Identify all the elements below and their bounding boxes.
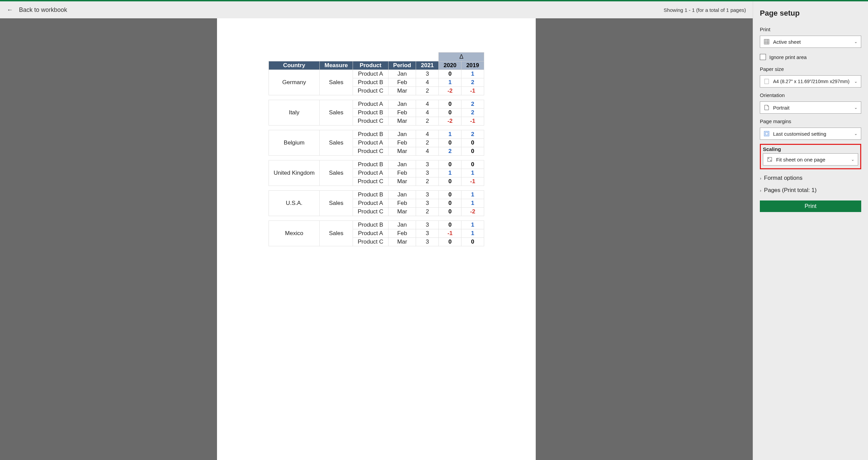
print-button[interactable]: Print: [760, 200, 861, 212]
column-header: 2021: [416, 61, 439, 70]
chevron-right-icon: ›: [760, 188, 761, 193]
cell-2020: 0: [439, 208, 461, 216]
scaling-label: Scaling: [763, 146, 858, 152]
cell-2019: 2: [461, 109, 484, 117]
table-row: United KingdomSalesProduct BJan300: [269, 160, 484, 169]
cell-measure: Sales: [320, 70, 353, 95]
cell-2019: 1: [461, 169, 484, 177]
margins-select[interactable]: Last customised setting ⌄: [760, 128, 861, 140]
cell-2019: 0: [461, 238, 484, 246]
cell-2019: 1: [461, 191, 484, 199]
cell-product: Product A: [353, 199, 388, 208]
scaling-highlight: Scaling Fit sheet on one page ⌄: [760, 144, 861, 169]
back-label: Back to workbook: [19, 6, 67, 14]
cell-period: Feb: [388, 78, 416, 87]
cell-country: U.S.A.: [269, 191, 320, 216]
cell-2019: 1: [461, 221, 484, 229]
cell-measure: Sales: [320, 100, 353, 126]
format-options-label: Format options: [764, 175, 802, 181]
cell-product: Product A: [353, 229, 388, 238]
cell-country: Mexico: [269, 221, 320, 246]
cell-product: Product B: [353, 160, 388, 169]
cell-2021: 2: [416, 139, 439, 147]
svg-rect-6: [764, 131, 769, 136]
cell-2020: 0: [439, 177, 461, 186]
page-icon: [764, 78, 770, 84]
preview-header: ← Back to workbook Showing 1 - 1 (for a …: [0, 1, 753, 18]
chevron-down-icon: ⌄: [854, 131, 857, 136]
fit-page-icon: [767, 156, 773, 162]
cell-2021: 2: [416, 177, 439, 186]
cell-country: United Kingdom: [269, 160, 320, 186]
cell-2019: -1: [461, 177, 484, 186]
cell-period: Mar: [388, 147, 416, 156]
margins-label: Page margins: [760, 118, 861, 124]
pages-expander[interactable]: › Pages (Print total: 1): [760, 187, 861, 194]
cell-2019: -2: [461, 208, 484, 216]
cell-period: Feb: [388, 229, 416, 238]
print-label: Print: [760, 26, 861, 32]
cell-2020: 0: [439, 221, 461, 229]
table-row: BelgiumSalesProduct BJan412: [269, 130, 484, 139]
print-scope-select[interactable]: Active sheet ⌄: [760, 36, 861, 48]
svg-rect-0: [764, 39, 769, 44]
column-header: 2019: [461, 61, 484, 70]
chevron-down-icon: ⌄: [854, 79, 857, 84]
cell-2021: 3: [416, 169, 439, 177]
cell-product: Product A: [353, 169, 388, 177]
cell-product: Product B: [353, 130, 388, 139]
cell-2020: 0: [439, 109, 461, 117]
cell-product: Product C: [353, 87, 388, 95]
print-scope-value: Active sheet: [773, 39, 801, 45]
chevron-down-icon: ⌄: [851, 157, 854, 162]
sheet-preview: ΔCountryMeasureProductPeriod202120202019…: [217, 18, 536, 460]
svg-rect-5: [765, 79, 769, 84]
cell-product: Product C: [353, 238, 388, 246]
cell-period: Jan: [388, 70, 416, 78]
cell-2021: 3: [416, 160, 439, 169]
cell-2020: 0: [439, 70, 461, 78]
table-row: GermanySalesProduct AJan301: [269, 70, 484, 78]
scaling-select[interactable]: Fit sheet on one page ⌄: [763, 153, 858, 166]
ignore-print-area-checkbox[interactable]: [760, 54, 766, 60]
panel-title: Page setup: [760, 9, 861, 18]
print-preview-area[interactable]: ΔCountryMeasureProductPeriod202120202019…: [0, 18, 753, 460]
chevron-down-icon: ⌄: [854, 105, 857, 110]
paper-size-select[interactable]: A4 (8.27" x 11.69"/210mm x297mm) ⌄: [760, 75, 861, 88]
cell-period: Mar: [388, 87, 416, 95]
cell-2021: 4: [416, 100, 439, 109]
cell-product: Product C: [353, 177, 388, 186]
cell-2019: 1: [461, 70, 484, 78]
cell-2019: 0: [461, 139, 484, 147]
cell-period: Jan: [388, 191, 416, 199]
cell-measure: Sales: [320, 130, 353, 156]
data-table: ΔCountryMeasureProductPeriod202120202019…: [269, 52, 484, 246]
sheet-icon: [764, 39, 770, 45]
ignore-print-area-label[interactable]: Ignore print area: [769, 54, 807, 60]
pages-label: Pages (Print total: 1): [764, 187, 816, 194]
orientation-label: Orientation: [760, 92, 861, 98]
cell-2020: 0: [439, 160, 461, 169]
paper-size-value: A4 (8.27" x 11.69"/210mm x297mm): [773, 79, 849, 84]
format-options-expander[interactable]: › Format options: [760, 175, 861, 181]
orientation-select[interactable]: Portrait ⌄: [760, 101, 861, 114]
cell-period: Jan: [388, 100, 416, 109]
cell-country: Germany: [269, 70, 320, 95]
table-row: MexicoSalesProduct BJan301: [269, 221, 484, 229]
cell-2019: -1: [461, 87, 484, 95]
cell-2021: 2: [416, 87, 439, 95]
cell-measure: Sales: [320, 221, 353, 246]
cell-2021: 2: [416, 208, 439, 216]
cell-2021: 3: [416, 229, 439, 238]
cell-product: Product C: [353, 147, 388, 156]
column-header: 2020: [439, 61, 461, 70]
cell-2021: 3: [416, 70, 439, 78]
cell-period: Feb: [388, 139, 416, 147]
back-to-workbook-link[interactable]: ← Back to workbook: [7, 6, 67, 14]
paper-size-label: Paper size: [760, 66, 861, 72]
cell-2019: 1: [461, 199, 484, 208]
cell-country: Belgium: [269, 130, 320, 156]
scaling-value: Fit sheet on one page: [776, 157, 825, 162]
cell-2021: 3: [416, 238, 439, 246]
cell-measure: Sales: [320, 191, 353, 216]
